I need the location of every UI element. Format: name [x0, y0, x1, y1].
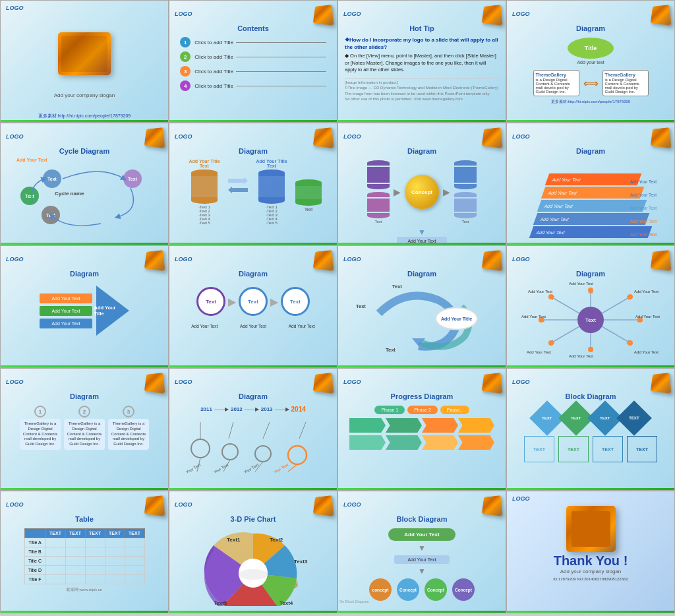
slide-title: Cycle Diagram: [59, 147, 109, 155]
cube-icon: [651, 250, 672, 271]
block2-sub: Add Your Text: [394, 555, 449, 564]
block-d-label-1: TEXT: [542, 416, 552, 420]
db-bot-top: [295, 179, 322, 186]
layer-label-4: Add Your Text: [630, 219, 657, 224]
phase-3: Pause..: [440, 406, 469, 414]
db-arrows: [228, 159, 248, 212]
slide-title: Contents: [237, 24, 269, 32]
logo: LOGO: [343, 501, 361, 508]
circle-1: Text: [196, 287, 225, 316]
slide-title: Diagram: [70, 270, 99, 278]
cycle-diagram: Add Your Text Text Text Cycle name Text …: [15, 158, 154, 233]
concept-right: Text: [454, 160, 477, 224]
cycle-node-2: Text: [123, 169, 142, 188]
logo: LOGO: [343, 256, 361, 262]
slide-title: Diagram: [407, 147, 436, 155]
arrow-right-icon: ▶: [394, 187, 401, 197]
svg-text:Text4: Text4: [279, 600, 293, 606]
contents-items: 1 Click to add Title 2 Click to add Titl…: [172, 35, 334, 119]
slide-title: Block Diagram: [396, 515, 447, 523]
chevrons-row1: [349, 418, 494, 433]
cell-header: LOGO: [3, 249, 165, 270]
radial-center: Text: [577, 307, 604, 333]
timeline-dash-1: ——▶: [214, 406, 229, 412]
timeline-row: 2011 ——▶ 2012 ——▶ 2013 ——▶ 2014: [172, 403, 334, 416]
contents-label-4: Click to add Title: [194, 83, 233, 89]
db-left-title: Add Your Title Text: [185, 159, 224, 168]
db-right-top: [258, 169, 285, 176]
card-num-2: 2: [78, 406, 90, 417]
circle-2: Text: [239, 287, 268, 316]
pie-svg: Text2 Text3 Text4 Text5 Text1: [187, 527, 319, 606]
bottom-bar: [338, 243, 506, 245]
svg-point-23: [288, 446, 307, 464]
slide-diagram-basic: LOGO Diagram Title Add your text ThemeGa…: [506, 0, 675, 123]
slide-radial: LOGO Diagram: [506, 245, 675, 368]
slide-title: Diagram: [576, 147, 605, 155]
radial-node-br: Add Your Text: [634, 350, 659, 354]
swirl-label-bot: Text: [386, 347, 396, 353]
arrow-cta: Add YourTitle: [94, 305, 115, 317]
num-circle-4: 4: [180, 80, 191, 91]
db-layout: Add Your Title Text ·Text 1·Text 2·Text …: [181, 158, 326, 226]
cube-face: [572, 511, 610, 547]
cube-icon: [313, 495, 334, 516]
slide-title: Diagram: [239, 147, 268, 155]
cube-icon: [313, 250, 334, 271]
bottom-bar: [1, 120, 168, 122]
big-arrow-wrap: Add YourTitle: [96, 286, 129, 336]
cell-header: LOGO: [510, 249, 672, 270]
slide-thankyou: LOGO Thank You ! Add your company slogan…: [506, 491, 675, 613]
db-bot-label: Text: [305, 207, 312, 212]
bottom-bar: [507, 611, 674, 613]
num-circle-2: 2: [180, 51, 191, 62]
right-label: Text: [454, 220, 477, 224]
hot-tip-answer: ◆ On the [View] menu, point to [Master],…: [345, 53, 499, 74]
cell-header: LOGO: [3, 3, 165, 13]
sub-3: Add Your Text: [289, 324, 315, 328]
block2-layout: Add Your Text ▼ Add Your Text ▼ concept …: [341, 526, 503, 603]
cycle-node-3: Text: [20, 187, 39, 205]
slide-title: 3-D Pie Chart: [230, 515, 276, 523]
contents-item-2: 2 Click to add Title: [180, 51, 326, 62]
cube-icon: [651, 5, 672, 26]
watermark-table: 昵享网·www.nipic.cn: [67, 587, 102, 593]
chevron-2-3: [422, 435, 458, 450]
thankyou-sub: Add your company slogan: [560, 569, 622, 574]
theme-boxes: ThemeGallery is a Design Digital Content…: [533, 70, 649, 96]
slide-timeline: LOGO Diagram 2011 ——▶ 2012 ——▶ 2013 ——▶ …: [169, 368, 338, 491]
card-body-3: ThemeGallery is a Design Digital Content…: [108, 419, 149, 450]
arrow-items: Add Your Text Add Your Text Add Your Tex…: [40, 293, 92, 328]
block-d-label-3: TEXT: [600, 416, 610, 420]
arrow-icon-1: ▶: [228, 295, 236, 308]
slide-diagram-db: LOGO Diagram Add Your Title Text ·Text 1…: [169, 123, 338, 245]
radial-node-b: Add Your Text: [569, 354, 593, 358]
arrow-left: [228, 187, 248, 193]
cycle-node-4: Text: [42, 206, 60, 224]
block-diamond-4: TEXT: [616, 400, 652, 436]
slide-step-circles: LOGO Diagram Text ▶ Text ▶ Text Add Your…: [169, 245, 338, 368]
svg-text:Text2: Text2: [270, 537, 283, 543]
company-slogan: Add your company slogan: [54, 92, 115, 98]
th-empty: [24, 529, 45, 538]
cell-header: LOGO: [510, 126, 672, 147]
cube-icon: [313, 127, 334, 148]
slide-diagram-concept: LOGO Diagram Text ▶ Concept ▶: [338, 123, 506, 245]
hot-tip-question: ❖How do I incorporate my logo to a slide…: [345, 36, 499, 51]
theme-box-right: ThemeGallery is a Design Digital Content…: [602, 70, 649, 96]
layer-label-2: Add Your Text: [630, 193, 657, 197]
hot-tip-note: [Image Information in product.]©This Ima…: [345, 78, 499, 102]
cell-header: LOGO: [3, 494, 165, 515]
slide-diagram-layers: LOGO Diagram Add Your Text Add Your Text…: [506, 123, 675, 245]
slide-table: LOGO Table TEXT TEXT TEXT TEXT TEXT Titl…: [0, 491, 169, 613]
bottom-bar: [507, 120, 674, 122]
card-body-1: ThemeGallery is a Design Digital Content…: [20, 419, 61, 450]
company-url: 更多素材:http://hi.nipic.com/people/17879209: [38, 113, 131, 119]
radial-node-bl: Add Your Text: [527, 350, 551, 354]
logo: LOGO: [512, 11, 530, 17]
db-left-text: ·Text 1·Text 2·Text 3·Text 4·Text 5: [198, 205, 210, 225]
year-2014: 2014: [291, 406, 306, 413]
th-1: TEXT: [45, 529, 65, 538]
slide-step-cards: LOGO Diagram 1 ThemeGallery is a Design …: [0, 368, 169, 491]
block-box-1: TEXT: [524, 436, 554, 462]
